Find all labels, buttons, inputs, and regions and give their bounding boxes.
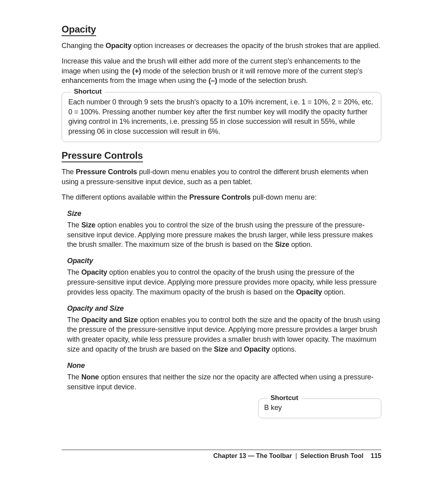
footer-chapter: Chapter 13 — The Toolbar [213, 452, 292, 459]
shortcut-text: Each number 0 through 9 sets the brush's… [68, 97, 375, 136]
paragraph: Changing the Opacity option increases or… [62, 41, 381, 51]
paragraph: The Opacity option enables you to contro… [67, 267, 381, 297]
subheading-opacity: Opacity [67, 257, 381, 265]
text: option increases or decreases the opacit… [131, 42, 380, 50]
text: The [67, 221, 81, 229]
bold-text: Size [275, 240, 289, 248]
paragraph: Increase this value and the brush will e… [62, 56, 381, 86]
paragraph: The Pressure Controls pull-down menu ena… [62, 167, 381, 187]
bold-text: Pressure Controls [76, 168, 137, 176]
text: Changing the [62, 42, 106, 50]
shortcut-label: Shortcut [71, 88, 105, 96]
text: The [67, 268, 81, 276]
text: options. [270, 345, 296, 353]
paragraph: The Opacity and Size option enables you … [67, 315, 381, 354]
text: option ensures that neither the size nor… [67, 373, 373, 391]
footer-divider: | [295, 452, 297, 459]
text: option. [289, 240, 312, 248]
shortcut-box: Shortcut B key [258, 398, 381, 418]
text: pull-down menu are: [251, 193, 317, 201]
bold-text: Size [214, 345, 228, 353]
shortcut-label: Shortcut [267, 394, 301, 402]
footer-page-number: 115 [371, 452, 381, 459]
text: The [62, 168, 76, 176]
text: The [67, 373, 81, 381]
footer-tool: Selection Brush Tool [300, 452, 363, 459]
bold-text: (+) [132, 67, 141, 75]
subheading-size: Size [67, 210, 381, 218]
text: and [228, 345, 244, 353]
bold-text: (–) [209, 77, 217, 85]
text: option. [322, 288, 345, 296]
paragraph: The None option ensures that neither the… [67, 372, 381, 392]
bold-text: Opacity [106, 42, 131, 50]
subheading-none: None [67, 362, 381, 370]
shortcut-text: B key [264, 403, 375, 412]
text: mode of the selection brush. [217, 77, 308, 85]
bold-text: Opacity [244, 345, 270, 353]
heading-pressure-controls: Pressure Controls [62, 150, 143, 162]
shortcut-box: Shortcut Each number 0 through 9 sets th… [62, 92, 381, 142]
paragraph: The Size option enables you to control t… [67, 220, 381, 250]
bold-text: Opacity [81, 268, 107, 276]
page-footer: Chapter 13 — The Toolbar | Selection Bru… [62, 450, 381, 460]
text: The different options available within t… [62, 193, 189, 201]
subheading-opacity-and-size: Opacity and Size [67, 304, 381, 313]
heading-opacity: Opacity [62, 24, 96, 36]
bold-text: Opacity [296, 288, 322, 296]
bold-text: Opacity and Size [81, 316, 138, 324]
bold-text: Size [81, 221, 96, 229]
text: option enables you to control the size o… [67, 221, 373, 249]
paragraph: The different options available within t… [62, 192, 381, 202]
document-page: Opacity Changing the Opacity option incr… [0, 0, 429, 504]
bold-text: Pressure Controls [189, 193, 251, 201]
bold-text: None [81, 373, 99, 381]
subsection-group: Size The Size option enables you to cont… [62, 210, 381, 392]
text: The [67, 316, 81, 324]
